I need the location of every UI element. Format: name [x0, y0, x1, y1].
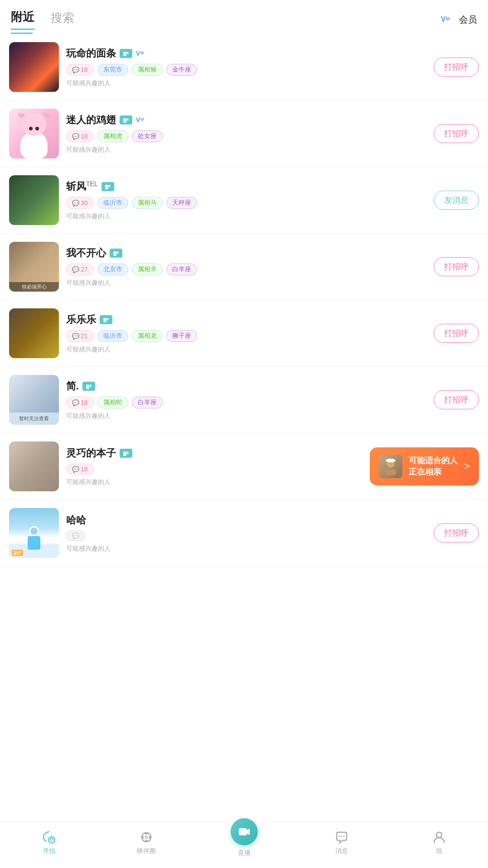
avatar: 你必须开心: [9, 242, 59, 292]
greet-button[interactable]: 打招呼: [434, 324, 479, 343]
tags-row: 💬21 临沂市 属相龙 狮子座: [66, 330, 428, 342]
group-icon: [110, 249, 122, 258]
svg-rect-30: [387, 459, 394, 462]
user-info: 简. 💬18 属相蛇 白羊座 可能: [66, 379, 428, 420]
vip-icon: V ip: [441, 14, 457, 25]
tags-row: 💬18 东莞市 属相猴 金牛座: [66, 64, 428, 76]
tag-zodiac-star: 金牛座: [166, 64, 197, 76]
greet-button[interactable]: 打招呼: [434, 523, 479, 542]
avatar-locked-text: 暂时无法查看: [9, 412, 59, 425]
user-desc: 可能感兴趣的人: [66, 412, 428, 420]
group-icon: [120, 49, 132, 58]
find-icon: [41, 829, 57, 845]
nav-item-live[interactable]: 直播: [195, 827, 293, 857]
tags-row: 💬18: [66, 464, 364, 475]
vip-icon: V ip: [136, 115, 150, 125]
group-icon: [100, 315, 112, 324]
svg-point-38: [149, 836, 151, 839]
tab-nearby[interactable]: 附近: [11, 9, 34, 30]
nav-label-me: 我: [436, 847, 442, 855]
svg-point-37: [142, 836, 144, 839]
user-name-row: 玩命的面条 V ip: [66, 47, 428, 60]
svg-point-43: [436, 832, 442, 838]
tag-city: 临沂市: [97, 197, 128, 209]
list-item: 斩风TEL 💬30 临沂市 属相马 天秤座: [0, 167, 488, 234]
action-button[interactable]: 打招呼: [434, 124, 479, 143]
user-info: 乐乐乐 💬21 临沂市 属相龙 狮子座: [66, 313, 428, 354]
user-name: 玩命的面条: [66, 47, 116, 60]
tag-zodiac-animal: 属相猴: [132, 64, 163, 76]
nav-item-find[interactable]: 寻找: [0, 829, 97, 855]
group-icon: [101, 182, 114, 191]
svg-text:ip: ip: [140, 117, 145, 121]
svg-point-2: [123, 52, 126, 54]
group-icon: [120, 115, 132, 125]
chat-icon: 💬: [72, 466, 79, 473]
svg-rect-39: [239, 828, 247, 835]
user-name-row: 简.: [66, 379, 428, 393]
live-center-btn[interactable]: [231, 818, 258, 845]
svg-point-35: [145, 833, 148, 835]
nav-label-find: 寻找: [43, 847, 55, 855]
action-button[interactable]: 打招呼: [434, 58, 479, 77]
action-button[interactable]: 发消息: [434, 191, 479, 210]
tag-city: 北京市: [97, 264, 128, 275]
svg-point-21: [86, 384, 89, 387]
greet-button[interactable]: 打招呼: [434, 390, 479, 409]
svg-point-7: [123, 118, 126, 121]
svg-point-25: [126, 451, 129, 454]
tag-city: 东莞市: [97, 64, 128, 76]
svg-text:V: V: [441, 15, 446, 23]
avatar: [9, 441, 59, 491]
user-name-row: 灵巧的本子: [66, 446, 364, 460]
nav-item-message[interactable]: 消息: [293, 829, 390, 855]
tags-row: 💬27 北京市 属相羊 白羊座: [66, 264, 428, 275]
group-icon: [120, 449, 132, 458]
match-banner[interactable]: 可能适合的人 正在相亲 >: [370, 447, 479, 485]
list-item: 灵巧的本子 💬18 可能感兴趣的人: [0, 433, 488, 500]
nav-item-circle[interactable]: 咪伴圈: [97, 829, 195, 855]
svg-rect-4: [123, 54, 126, 56]
action-button[interactable]: 打招呼: [434, 523, 479, 542]
message-icon: [333, 829, 350, 845]
user-name-row: 哈哈: [66, 513, 428, 527]
svg-point-12: [105, 185, 108, 187]
nav-label-live: 直播: [238, 849, 251, 857]
svg-point-34: [145, 835, 148, 839]
list-item: 乐乐乐 💬21 临沂市 属相龙 狮子座: [0, 300, 488, 367]
group-icon: [82, 382, 95, 391]
avatar: 暂时无法查看: [9, 375, 59, 425]
user-info: 灵巧的本子 💬18 可能感兴趣的人: [66, 446, 364, 486]
svg-point-16: [116, 251, 119, 254]
match-banner-avatar: [379, 455, 402, 478]
svg-point-3: [126, 52, 129, 54]
action-button[interactable]: 打招呼: [434, 324, 479, 343]
tag-age: 💬27: [66, 264, 94, 275]
greet-button[interactable]: 打招呼: [434, 257, 479, 276]
user-info: 我不开心 💬27 北京市 属相羊 白羊座: [66, 246, 428, 287]
user-name-row: 我不开心: [66, 246, 428, 260]
action-button[interactable]: 打招呼: [434, 390, 479, 409]
avatar: 24°: [9, 508, 59, 558]
greet-button[interactable]: 打招呼: [434, 124, 479, 143]
tab-search[interactable]: 搜索: [51, 10, 74, 29]
chat-icon: 💬: [72, 200, 79, 206]
vip-member[interactable]: V ip 会员: [441, 14, 477, 26]
svg-point-41: [341, 836, 342, 837]
user-desc: 可能感兴趣的人: [66, 279, 428, 287]
tag-age: 💬18: [66, 64, 94, 76]
nav-item-me[interactable]: 我: [391, 829, 488, 855]
tag-zodiac-animal: 属相羊: [132, 264, 163, 275]
vip-icon: V ip: [136, 49, 150, 58]
match-banner-arrow: >: [464, 460, 470, 472]
header: 附近 搜索 V ip 会员: [0, 0, 488, 30]
tag-zodiac-animal: 属相马: [132, 197, 163, 209]
tags-row: 💬: [66, 531, 428, 541]
tag-zodiac-star: 处女座: [132, 130, 163, 142]
chat-icon: 💬: [72, 266, 79, 273]
chat-icon: 💬: [72, 399, 79, 406]
user-desc: 可能感兴趣的人: [66, 545, 428, 553]
action-button[interactable]: 打招呼: [434, 257, 479, 276]
greet-button[interactable]: 打招呼: [434, 58, 479, 77]
message-button[interactable]: 发消息: [434, 191, 479, 210]
